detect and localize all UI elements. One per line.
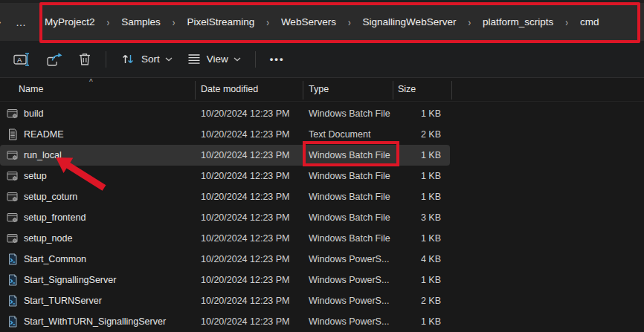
file-type: Windows PowerS... [303, 296, 393, 306]
batch-file-icon [7, 212, 19, 224]
file-row-Start_Common[interactable]: Start_Common 10/20/2024 12:23 PM Windows… [0, 249, 450, 270]
column-header-type[interactable]: Type [309, 84, 329, 94]
view-icon [187, 53, 201, 65]
delete-button[interactable] [71, 47, 99, 72]
file-name-cell: setup_node [0, 232, 195, 244]
file-date-modified: 10/20/2024 12:23 PM [195, 275, 303, 285]
file-name: setup_frontend [24, 212, 86, 223]
batch-file-icon [7, 170, 19, 182]
column-header-date-modified[interactable]: Date modified [201, 84, 258, 94]
share-button[interactable] [39, 47, 71, 72]
file-row-setup_coturn[interactable]: setup_coturn 10/20/2024 12:23 PM Windows… [0, 186, 450, 207]
batch-file-icon [7, 108, 19, 120]
trash-icon [78, 52, 91, 66]
breadcrumb-separator-icon: › [565, 16, 568, 27]
file-row-Start_WithTURN_SignallingServer[interactable]: Start_WithTURN_SignallingServer 10/20/20… [0, 311, 450, 332]
breadcrumb-item-cmd[interactable]: cmd [573, 13, 607, 30]
powershell-file-icon [7, 253, 19, 265]
batch-file-icon [7, 191, 19, 203]
column-divider[interactable] [451, 81, 452, 100]
more-options-button[interactable]: ••• [263, 47, 292, 72]
file-name-cell: setup [0, 170, 195, 182]
column-header-size[interactable]: Size [398, 84, 416, 94]
column-divider[interactable] [303, 81, 303, 100]
chevron-down-icon [165, 57, 173, 62]
batch-file-icon [7, 170, 19, 182]
file-name: run_local [24, 150, 62, 160]
powershell-file-icon [7, 274, 19, 286]
file-name: setup_coturn [24, 192, 77, 202]
file-date-modified: 10/20/2024 12:23 PM [195, 254, 303, 264]
file-row-run_local[interactable]: run_local 10/20/2024 12:23 PM Windows Ba… [0, 145, 450, 166]
file-size: 1 KB [393, 150, 450, 160]
view-label: View [207, 53, 228, 65]
breadcrumb-separator-icon: › [348, 16, 351, 27]
text-document-icon [7, 128, 19, 140]
file-type: Windows PowerS... [303, 275, 393, 285]
ellipsis-icon: ••• [270, 53, 285, 65]
file-name-cell: README [0, 128, 195, 140]
powershell-file-icon [7, 295, 19, 307]
file-size: 1 KB [393, 192, 450, 202]
batch-file-icon [7, 191, 19, 203]
batch-file-icon [7, 108, 19, 120]
file-name: setup [24, 171, 47, 181]
file-name: Start_Common [24, 254, 86, 264]
file-name-cell: setup_frontend [0, 212, 195, 224]
file-size: 1 KB [393, 171, 450, 181]
column-divider[interactable] [393, 81, 393, 100]
file-row-README[interactable]: README 10/20/2024 12:23 PM Text Document… [0, 124, 450, 145]
file-row-setup[interactable]: setup 10/20/2024 12:23 PM Windows Batch … [0, 166, 450, 186]
file-date-modified: 10/20/2024 12:23 PM [195, 212, 303, 223]
file-name-cell: Start_Common [0, 253, 195, 265]
view-button[interactable]: View [180, 47, 248, 72]
file-name: build [24, 108, 43, 119]
file-type: Windows Batch File [303, 108, 393, 119]
breadcrumb-overflow-chevron-icon[interactable]: › [0, 16, 5, 27]
powershell-file-icon [7, 316, 19, 328]
file-row-Start_SignallingServer[interactable]: Start_SignallingServer 10/20/2024 12:23 … [0, 270, 450, 290]
file-type: Windows Batch File [303, 212, 393, 223]
breadcrumb-item-platform_scripts[interactable]: platform_scripts [475, 13, 561, 30]
file-size: 4 KB [393, 254, 450, 264]
file-size: 1 KB [393, 233, 450, 244]
column-header-name[interactable]: Name [19, 84, 43, 94]
file-date-modified: 10/20/2024 12:23 PM [195, 296, 303, 306]
file-size: 1 KB [393, 108, 450, 119]
file-date-modified: 10/20/2024 12:23 PM [195, 150, 303, 160]
file-date-modified: 10/20/2024 12:23 PM [195, 108, 303, 119]
breadcrumb-item-webservers[interactable]: WebServers [274, 13, 344, 30]
breadcrumb-item-signallingwebserver[interactable]: SignallingWebServer [355, 13, 464, 30]
file-row-build[interactable]: build 10/20/2024 12:23 PM Windows Batch … [0, 103, 450, 124]
breadcrumb-ellipsis-button[interactable]: … [16, 16, 27, 28]
batch-file-icon [7, 212, 19, 224]
svg-text:A: A [17, 55, 22, 63]
file-date-modified: 10/20/2024 12:23 PM [195, 171, 303, 181]
file-date-modified: 10/20/2024 12:23 PM [195, 129, 303, 140]
file-size: 3 KB [393, 212, 450, 223]
file-name-cell: Start_WithTURN_SignallingServer [0, 316, 195, 328]
file-row-Start_TURNServer[interactable]: Start_TURNServer 10/20/2024 12:23 PM Win… [0, 290, 450, 311]
file-type: Windows Batch File [303, 233, 393, 244]
breadcrumb-separator-icon: › [266, 16, 269, 27]
file-row-setup_frontend[interactable]: setup_frontend 10/20/2024 12:23 PM Windo… [0, 207, 450, 228]
column-divider[interactable] [195, 81, 196, 100]
rename-button[interactable]: A [6, 47, 39, 72]
toolbar: A Sort View [0, 41, 644, 78]
file-name: Start_TURNServer [24, 296, 102, 306]
file-size: 1 KB [393, 275, 450, 285]
breadcrumb-item-myproject2[interactable]: MyProject2 [37, 13, 103, 30]
batch-file-icon [7, 232, 19, 244]
file-name-cell: Start_TURNServer [0, 295, 195, 307]
file-type: Windows PowerS... [303, 316, 393, 327]
share-icon [46, 52, 63, 66]
file-row-setup_node[interactable]: setup_node 10/20/2024 12:23 PM Windows B… [0, 228, 450, 249]
powershell-file-icon [7, 274, 19, 286]
breadcrumb-separator-icon: › [468, 16, 471, 27]
breadcrumb-item-pixelstreaming[interactable]: PixelStreaming [179, 13, 262, 30]
file-name: Start_SignallingServer [24, 275, 116, 285]
powershell-file-icon [7, 316, 19, 328]
breadcrumb-item-samples[interactable]: Samples [114, 13, 168, 30]
file-name: README [24, 129, 63, 140]
sort-button[interactable]: Sort [113, 47, 180, 72]
